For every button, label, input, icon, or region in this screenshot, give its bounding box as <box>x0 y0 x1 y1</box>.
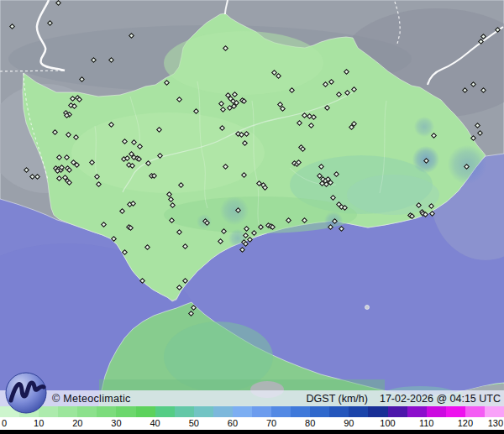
station-marker[interactable] <box>131 139 137 145</box>
station-marker[interactable] <box>204 220 210 226</box>
station-marker[interactable] <box>164 80 170 86</box>
station-marker[interactable] <box>333 171 339 177</box>
station-marker[interactable] <box>308 123 314 128</box>
station-marker[interactable] <box>297 120 302 126</box>
station-marker[interactable] <box>129 33 134 39</box>
station-marker[interactable] <box>239 247 245 253</box>
station-marker[interactable] <box>336 92 342 97</box>
station-marker[interactable] <box>182 278 188 284</box>
station-marker[interactable] <box>243 241 249 247</box>
station-marker[interactable] <box>328 79 334 85</box>
station-marker[interactable] <box>188 311 194 316</box>
station-marker[interactable] <box>244 226 249 232</box>
station-marker[interactable] <box>330 195 336 201</box>
station-marker[interactable] <box>122 139 128 144</box>
station-marker[interactable] <box>470 135 476 141</box>
station-marker[interactable] <box>470 81 476 87</box>
station-marker[interactable] <box>342 205 348 211</box>
station-marker[interactable] <box>221 228 227 234</box>
station-marker[interactable] <box>311 114 317 120</box>
station-marker[interactable] <box>431 133 437 139</box>
station-marker[interactable] <box>328 224 333 230</box>
station-marker[interactable] <box>108 57 114 63</box>
station-marker[interactable] <box>66 180 72 186</box>
station-marker[interactable] <box>220 107 226 112</box>
station-marker[interactable] <box>55 0 61 6</box>
station-marker[interactable] <box>324 105 330 111</box>
station-marker[interactable] <box>176 229 182 235</box>
station-marker[interactable] <box>52 129 58 135</box>
station-marker[interactable] <box>108 122 114 128</box>
station-marker[interactable] <box>300 146 306 152</box>
station-marker[interactable] <box>170 202 176 208</box>
station-marker[interactable] <box>137 144 143 149</box>
station-marker[interactable] <box>101 222 107 227</box>
station-marker[interactable] <box>9 24 15 29</box>
station-marker[interactable] <box>276 73 281 79</box>
station-marker[interactable] <box>73 134 79 140</box>
station-marker[interactable] <box>218 238 223 244</box>
station-marker[interactable] <box>477 130 483 136</box>
station-marker[interactable] <box>89 159 95 165</box>
station-marker[interactable] <box>168 196 174 202</box>
station-marker[interactable] <box>66 132 71 138</box>
station-marker[interactable] <box>289 87 295 93</box>
station-marker[interactable] <box>423 212 428 217</box>
station-marker[interactable] <box>339 226 344 232</box>
station-marker[interactable] <box>79 76 85 82</box>
station-marker[interactable] <box>323 81 328 87</box>
station-marker[interactable] <box>251 230 257 236</box>
station-marker[interactable] <box>144 244 150 250</box>
station-marker[interactable] <box>129 163 135 169</box>
station-marker[interactable] <box>480 87 486 93</box>
station-marker[interactable] <box>344 69 349 75</box>
station-marker[interactable] <box>242 140 248 146</box>
station-marker[interactable] <box>332 218 338 224</box>
station-marker[interactable] <box>219 125 225 131</box>
station-marker[interactable] <box>139 278 145 284</box>
station-marker[interactable] <box>74 162 80 168</box>
station-marker[interactable] <box>111 236 117 242</box>
station-marker[interactable] <box>464 164 470 170</box>
station-marker[interactable] <box>176 97 182 102</box>
station-marker[interactable] <box>244 131 249 137</box>
station-marker[interactable] <box>91 57 97 63</box>
station-marker[interactable] <box>423 158 429 164</box>
station-marker[interactable] <box>47 20 53 26</box>
station-marker[interactable] <box>66 167 72 173</box>
station-marker[interactable] <box>34 174 40 180</box>
station-marker[interactable] <box>24 167 29 173</box>
station-marker[interactable] <box>258 224 264 230</box>
station-marker[interactable] <box>76 97 82 102</box>
station-marker[interactable] <box>495 27 501 33</box>
station-marker[interactable] <box>64 154 70 160</box>
station-marker[interactable] <box>302 217 307 223</box>
station-marker[interactable] <box>145 160 151 166</box>
station-marker[interactable] <box>176 285 182 290</box>
station-marker[interactable] <box>182 243 188 249</box>
station-marker[interactable] <box>157 153 163 159</box>
station-marker[interactable] <box>247 237 253 243</box>
station-marker[interactable] <box>280 106 286 112</box>
station-marker[interactable] <box>223 45 228 51</box>
station-marker[interactable] <box>178 182 184 188</box>
station-marker[interactable] <box>122 249 128 255</box>
station-marker[interactable] <box>71 103 77 109</box>
station-marker[interactable] <box>429 211 435 217</box>
station-marker[interactable] <box>56 175 62 181</box>
station-marker[interactable] <box>218 101 224 107</box>
station-marker[interactable] <box>232 92 238 97</box>
station-marker[interactable] <box>156 127 162 133</box>
station-marker[interactable] <box>119 208 125 214</box>
station-marker[interactable] <box>462 87 468 93</box>
station-marker[interactable] <box>223 164 228 170</box>
station-marker[interactable] <box>56 154 62 160</box>
station-marker[interactable] <box>241 172 247 178</box>
station-marker[interactable] <box>235 207 241 213</box>
meteoclimatic-logo[interactable] <box>4 372 48 414</box>
station-marker[interactable] <box>475 123 480 128</box>
station-marker[interactable] <box>428 203 434 209</box>
station-marker[interactable] <box>169 217 175 223</box>
station-marker[interactable] <box>191 305 197 311</box>
station-marker[interactable] <box>286 217 291 223</box>
